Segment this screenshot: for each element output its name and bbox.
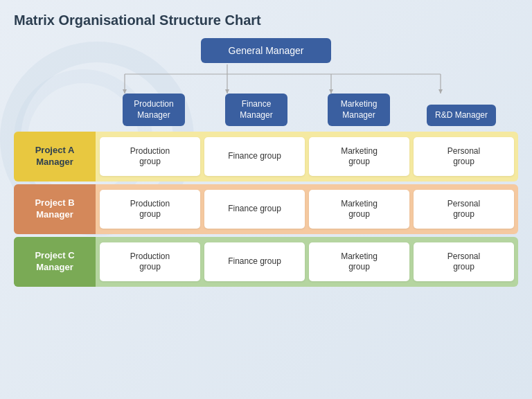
manager-box-production: ProductionManager (123, 94, 185, 126)
manager-box-rd: R&D Manager (427, 105, 496, 127)
project-a-label: Project AManager (14, 132, 96, 181)
cell-b-personal: Personalgroup (414, 190, 514, 229)
cell-b-production: Productiongroup (100, 190, 200, 229)
cell-b-marketing: Marketinggroup (309, 190, 409, 229)
chart-grid: Project AManager Productiongroup Finance… (14, 132, 518, 287)
manager-cell-finance: FinanceManager (205, 94, 308, 126)
cell-c-marketing: Marketinggroup (309, 242, 409, 281)
gm-box: General Manager (201, 38, 332, 63)
page-title: Matrix Organisational Structure Chart (14, 12, 518, 28)
manager-cell-marketing: MarketingManager (308, 94, 410, 126)
project-c-row: Project CManager Productiongroup Finance… (14, 237, 518, 287)
project-b-row: Project BManager Productiongroup Finance… (14, 184, 518, 234)
cell-a-finance: Finance group (204, 137, 305, 176)
svg-marker-8 (225, 89, 229, 94)
svg-marker-7 (123, 89, 127, 94)
project-a-row: Project AManager Productiongroup Finance… (14, 132, 518, 181)
svg-marker-10 (438, 89, 443, 94)
svg-marker-9 (329, 89, 333, 94)
cell-c-production: Productiongroup (100, 242, 200, 281)
manager-box-finance: FinanceManager (225, 94, 287, 126)
project-c-cells: Productiongroup Finance group Marketingg… (96, 237, 518, 287)
project-b-cells: Productiongroup Finance group Marketingg… (96, 184, 518, 234)
manager-cell-production: ProductionManager (103, 94, 205, 126)
project-b-label: Project BManager (14, 184, 96, 234)
cell-c-personal: Personalgroup (414, 242, 514, 281)
manager-cell-rd: R&D Manager (410, 94, 513, 126)
connector-lines (14, 63, 518, 94)
project-c-label: Project CManager (14, 237, 96, 287)
cell-a-personal: Personalgroup (414, 137, 514, 176)
cell-b-finance: Finance group (204, 190, 305, 229)
project-a-cells: Productiongroup Finance group Marketingg… (96, 132, 518, 181)
manager-box-marketing: MarketingManager (328, 94, 390, 126)
cell-a-marketing: Marketinggroup (309, 137, 409, 176)
cell-a-production: Productiongroup (100, 137, 200, 176)
cell-c-finance: Finance group (204, 242, 305, 281)
manager-row: ProductionManager FinanceManager Marketi… (14, 94, 518, 126)
